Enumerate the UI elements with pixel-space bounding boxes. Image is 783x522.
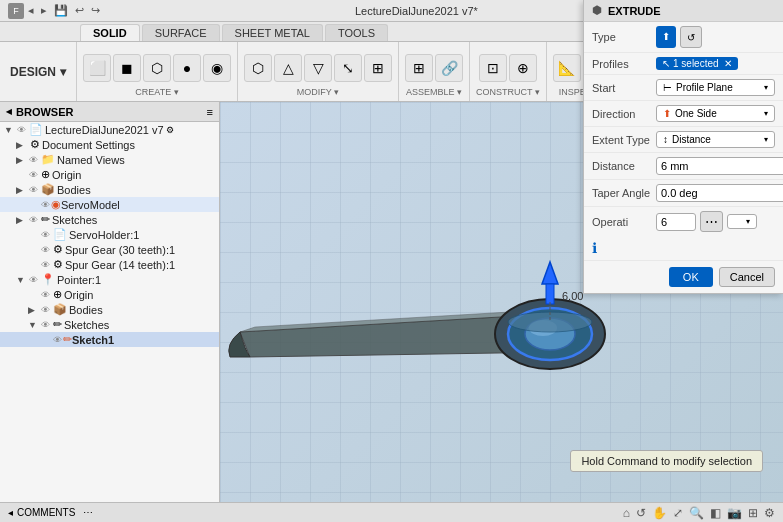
app-icon: F bbox=[8, 3, 24, 19]
nav-rotate-icon[interactable]: ↺ bbox=[636, 506, 646, 520]
zoom-in-icon[interactable]: 🔍 bbox=[689, 506, 704, 520]
eye-sketch1[interactable]: 👁 bbox=[53, 335, 62, 345]
tab-solid[interactable]: SOLID bbox=[80, 24, 140, 41]
type-label: Type bbox=[592, 31, 652, 43]
create-sphere-icon[interactable]: ● bbox=[173, 54, 201, 82]
nav-pan-icon[interactable]: ✋ bbox=[652, 506, 667, 520]
type-revolve-btn[interactable]: ↺ bbox=[680, 26, 702, 48]
tree-origin2[interactable]: 👁 ⊕ Origin bbox=[0, 287, 219, 302]
redo-icon[interactable]: ↪ bbox=[91, 4, 100, 16]
modify-press-icon[interactable]: ⬡ bbox=[244, 54, 272, 82]
eye-sg14[interactable]: 👁 bbox=[41, 260, 50, 270]
zoom-fit-icon[interactable]: ⤢ bbox=[673, 506, 683, 520]
modify-scale-icon[interactable]: ⤡ bbox=[334, 54, 362, 82]
eye-origin2[interactable]: 👁 bbox=[41, 290, 50, 300]
tree-spurgear30[interactable]: 👁 ⚙ Spur Gear (30 teeth):1 bbox=[0, 242, 219, 257]
label-sg30: Spur Gear (30 teeth):1 bbox=[65, 244, 175, 256]
create-box-icon[interactable]: ◼ bbox=[113, 54, 141, 82]
comments-expand-icon[interactable]: ◂ bbox=[8, 507, 13, 518]
eye-servo[interactable]: 👁 bbox=[41, 200, 50, 210]
taper-input[interactable] bbox=[656, 184, 783, 202]
browser-collapse-icon[interactable]: ◂ bbox=[6, 105, 12, 118]
create-new-icon[interactable]: ⬜ bbox=[83, 54, 111, 82]
display-mode-icon[interactable]: ◧ bbox=[710, 506, 721, 520]
tab-surface[interactable]: SURFACE bbox=[142, 24, 220, 41]
modify-label: MODIFY ▾ bbox=[297, 87, 339, 99]
window-title: LectureDialJune2021 v7* bbox=[355, 5, 478, 17]
eye-origin[interactable]: 👁 bbox=[29, 170, 38, 180]
direction-label: Direction bbox=[592, 108, 652, 120]
tree-doc-settings[interactable]: ▶ ⚙ Document Settings bbox=[0, 137, 219, 152]
eye-sketches1[interactable]: 👁 bbox=[29, 215, 38, 225]
extent-dropdown[interactable]: ↕ Distance ▾ bbox=[656, 131, 775, 148]
extrude-operation-row: Operati ⋯ ▾ bbox=[584, 207, 783, 236]
operation-dropdown[interactable]: ▾ bbox=[727, 214, 757, 229]
settings-icon[interactable]: ⚙ bbox=[764, 506, 775, 520]
extrude-distance-row: Distance bbox=[584, 153, 783, 180]
bottom-icons: ⌂ ↺ ✋ ⤢ 🔍 ◧ 📷 ⊞ ⚙ bbox=[623, 506, 775, 520]
tree-sketches2[interactable]: ▼ 👁 ✏ Sketches bbox=[0, 317, 219, 332]
tab-tools[interactable]: TOOLS bbox=[325, 24, 388, 41]
operation-dots-btn[interactable]: ⋯ bbox=[700, 211, 723, 232]
eye-bodies2[interactable]: 👁 bbox=[41, 305, 50, 315]
browser-options-icon[interactable]: ≡ bbox=[207, 106, 213, 118]
cursor-icon: ↖ bbox=[662, 58, 670, 69]
tree-sketch1[interactable]: 👁 ✏ Sketch1 bbox=[0, 332, 219, 347]
start-dropdown[interactable]: ⊢ Profile Plane ▾ bbox=[656, 79, 775, 96]
modify-combine-icon[interactable]: ⊞ bbox=[364, 54, 392, 82]
construct-label: CONSTRUCT ▾ bbox=[476, 87, 540, 99]
inspect-measure-icon[interactable]: 📐 bbox=[553, 54, 581, 82]
create-cylinder-icon[interactable]: ⬡ bbox=[143, 54, 171, 82]
tree-pointer[interactable]: ▼ 👁 📍 Pointer:1 bbox=[0, 272, 219, 287]
tree-bodies[interactable]: ▶ 👁 📦 Bodies bbox=[0, 182, 219, 197]
undo-icon[interactable]: ↩ bbox=[75, 4, 84, 16]
distance-input[interactable] bbox=[656, 157, 783, 175]
icon-sketches2: ✏ bbox=[53, 318, 62, 331]
save-icon[interactable]: 💾 bbox=[54, 4, 68, 16]
eye-views[interactable]: 👁 bbox=[29, 155, 38, 165]
grid-icon[interactable]: ⊞ bbox=[748, 506, 758, 520]
eye-sg30[interactable]: 👁 bbox=[41, 245, 50, 255]
browser-header: ◂ BROWSER ≡ bbox=[0, 102, 219, 122]
browser-title: BROWSER bbox=[16, 106, 73, 118]
camera-icon[interactable]: 📷 bbox=[727, 506, 742, 520]
direction-dropdown[interactable]: ⬆ One Side ▾ bbox=[656, 105, 775, 122]
nav-home-icon[interactable]: ⌂ bbox=[623, 506, 630, 520]
tree-named-views[interactable]: ▶ 👁 📁 Named Views bbox=[0, 152, 219, 167]
comments-dots-icon[interactable]: ⋯ bbox=[83, 507, 93, 518]
tree-servoholder[interactable]: 👁 📄 ServoHolder:1 bbox=[0, 227, 219, 242]
back-icon[interactable]: ◂ bbox=[28, 4, 34, 16]
eye-root[interactable]: 👁 bbox=[17, 125, 26, 135]
tree-sketches1[interactable]: ▶ 👁 ✏ Sketches bbox=[0, 212, 219, 227]
construct-offset-icon[interactable]: ⊡ bbox=[479, 54, 507, 82]
modify-draft-icon[interactable]: ▽ bbox=[304, 54, 332, 82]
icon-origin: ⊕ bbox=[41, 168, 50, 181]
create-torus-icon[interactable]: ◉ bbox=[203, 54, 231, 82]
eye-bodies[interactable]: 👁 bbox=[29, 185, 38, 195]
forward-icon[interactable]: ▸ bbox=[41, 4, 47, 16]
icon-sg30: ⚙ bbox=[53, 243, 63, 256]
construct-midplane-icon[interactable]: ⊕ bbox=[509, 54, 537, 82]
tree-servomodel[interactable]: 👁 ◉ ServoModel bbox=[0, 197, 219, 212]
tree-origin[interactable]: 👁 ⊕ Origin bbox=[0, 167, 219, 182]
assemble-new-icon[interactable]: ⊞ bbox=[405, 54, 433, 82]
eye-pointer[interactable]: 👁 bbox=[29, 275, 38, 285]
ok-button[interactable]: OK bbox=[669, 267, 713, 287]
construct-section: ⊡ ⊕ CONSTRUCT ▾ bbox=[470, 42, 547, 101]
tree-bodies2[interactable]: ▶ 👁 📦 Bodies bbox=[0, 302, 219, 317]
eye-sketches2[interactable]: 👁 bbox=[41, 320, 50, 330]
comments-section: ◂ COMMENTS ⋯ bbox=[8, 507, 93, 518]
cancel-button[interactable]: Cancel bbox=[719, 267, 775, 287]
eye-sh[interactable]: 👁 bbox=[41, 230, 50, 240]
tab-sheet-metal[interactable]: SHEET METAL bbox=[222, 24, 323, 41]
tree-root[interactable]: ▼ 👁 📄 LectureDialJune2021 v7 ⚙ bbox=[0, 122, 219, 137]
design-dropdown[interactable]: DESIGN ▾ bbox=[0, 42, 77, 101]
tree-spurgear14[interactable]: 👁 ⚙ Spur Gear (14 teeth):1 bbox=[0, 257, 219, 272]
modify-shell-icon[interactable]: △ bbox=[274, 54, 302, 82]
info-icon[interactable]: ℹ bbox=[592, 240, 597, 256]
profiles-clear-icon[interactable]: ✕ bbox=[724, 58, 732, 69]
assemble-joint-icon[interactable]: 🔗 bbox=[435, 54, 463, 82]
type-extrude-btn[interactable]: ⬆ bbox=[656, 26, 676, 48]
profiles-selected-badge[interactable]: ↖ 1 selected ✕ bbox=[656, 57, 738, 70]
operation-input[interactable] bbox=[656, 213, 696, 231]
